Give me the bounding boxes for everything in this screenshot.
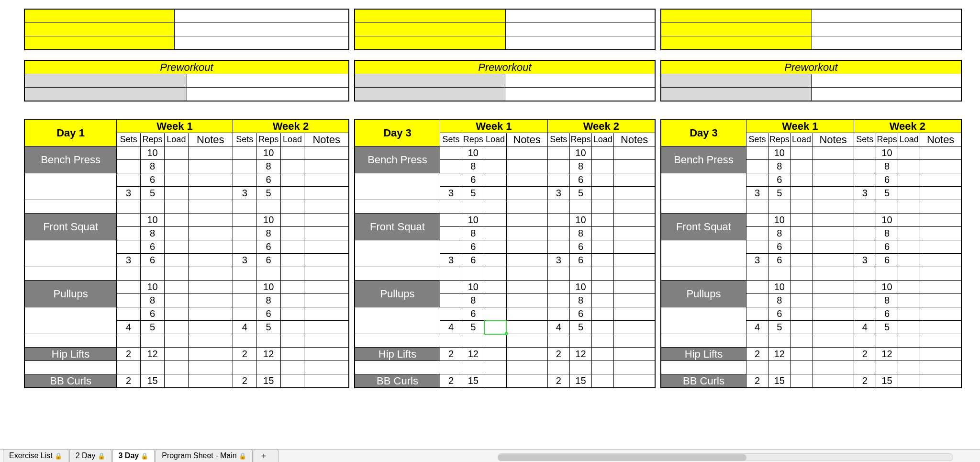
notes-cell[interactable]	[188, 173, 233, 187]
reps-cell[interactable]: 10	[768, 214, 791, 227]
load-cell[interactable]	[791, 173, 813, 187]
load-cell[interactable]	[484, 321, 506, 334]
load-cell[interactable]	[280, 307, 304, 321]
notes-cell[interactable]	[304, 281, 349, 294]
spacer-cell[interactable]	[141, 361, 165, 374]
notes-cell[interactable]	[920, 146, 961, 160]
sets-cell[interactable]	[547, 281, 569, 294]
reps-cell[interactable]: 8	[462, 160, 484, 173]
sets-cell[interactable]	[854, 173, 876, 187]
spacer-cell[interactable]	[164, 361, 188, 374]
reps-cell[interactable]: 6	[256, 240, 280, 254]
spacer-cell[interactable]	[256, 334, 280, 348]
spacer-cell[interactable]	[188, 361, 233, 374]
exercise-name-blank[interactable]	[661, 307, 746, 334]
spacer-cell[interactable]	[746, 361, 768, 374]
header-blank-cell[interactable]	[174, 23, 349, 36]
reps-cell[interactable]: 6	[256, 307, 280, 321]
notes-cell[interactable]	[188, 214, 233, 227]
spacer-cell[interactable]	[24, 200, 117, 214]
load-cell[interactable]	[280, 254, 304, 267]
sets-cell[interactable]: 2	[746, 348, 768, 361]
load-cell[interactable]	[592, 254, 614, 267]
header-blank-cell[interactable]	[174, 9, 349, 23]
notes-cell[interactable]	[188, 254, 233, 267]
sets-cell[interactable]	[440, 294, 462, 307]
sets-cell[interactable]	[746, 307, 768, 321]
load-cell[interactable]	[592, 187, 614, 200]
exercise-name-blank[interactable]	[24, 173, 117, 200]
notes-cell[interactable]	[813, 307, 854, 321]
preworkout-value-cell[interactable]	[187, 74, 349, 88]
load-cell[interactable]	[791, 294, 813, 307]
reps-cell[interactable]: 10	[141, 146, 165, 160]
reps-cell[interactable]: 5	[768, 187, 791, 200]
sets-cell[interactable]: 3	[117, 187, 141, 200]
spacer-cell[interactable]	[506, 334, 547, 348]
load-cell[interactable]	[898, 160, 920, 173]
spacer-cell[interactable]	[661, 361, 746, 374]
header-blank-cell[interactable]	[506, 23, 656, 36]
sets-cell[interactable]: 2	[233, 374, 256, 388]
sets-cell[interactable]	[547, 146, 569, 160]
sheet-tab[interactable]: 2 Day🔒	[69, 449, 111, 462]
preworkout-name-cell[interactable]	[24, 74, 187, 88]
exercise-name-blank[interactable]	[355, 173, 440, 200]
notes-cell[interactable]	[813, 321, 854, 334]
load-cell[interactable]	[898, 374, 920, 388]
reps-cell[interactable]: 8	[462, 227, 484, 240]
spacer-cell[interactable]	[813, 361, 854, 374]
load-cell[interactable]	[898, 321, 920, 334]
notes-cell[interactable]	[304, 160, 349, 173]
sets-cell[interactable]	[233, 214, 256, 227]
reps-cell[interactable]: 10	[462, 214, 484, 227]
spacer-cell[interactable]	[304, 361, 349, 374]
reps-cell[interactable]: 6	[569, 254, 591, 267]
notes-cell[interactable]	[188, 281, 233, 294]
reps-cell[interactable]: 10	[256, 281, 280, 294]
reps-cell[interactable]: 5	[876, 321, 898, 334]
reps-cell[interactable]: 15	[256, 374, 280, 388]
notes-cell[interactable]	[813, 281, 854, 294]
notes-cell[interactable]	[506, 214, 547, 227]
notes-cell[interactable]	[188, 307, 233, 321]
spacer-cell[interactable]	[188, 334, 233, 348]
spacer-cell[interactable]	[506, 267, 547, 281]
spacer-cell[interactable]	[164, 334, 188, 348]
notes-cell[interactable]	[920, 173, 961, 187]
load-cell[interactable]	[592, 240, 614, 254]
notes-cell[interactable]	[813, 240, 854, 254]
spacer-cell[interactable]	[233, 200, 256, 214]
reps-cell[interactable]: 6	[462, 307, 484, 321]
sets-cell[interactable]	[440, 160, 462, 173]
spacer-cell[interactable]	[661, 200, 746, 214]
preworkout-name-cell[interactable]	[355, 74, 505, 88]
load-cell[interactable]	[592, 173, 614, 187]
spacer-cell[interactable]	[614, 334, 655, 348]
notes-cell[interactable]	[506, 281, 547, 294]
notes-cell[interactable]	[506, 173, 547, 187]
sets-cell[interactable]: 3	[854, 187, 876, 200]
notes-cell[interactable]	[304, 348, 349, 361]
spacer-cell[interactable]	[661, 334, 746, 348]
spacer-cell[interactable]	[592, 200, 614, 214]
reps-cell[interactable]: 6	[876, 240, 898, 254]
notes-cell[interactable]	[614, 307, 655, 321]
notes-cell[interactable]	[188, 348, 233, 361]
load-cell[interactable]	[164, 348, 188, 361]
notes-cell[interactable]	[304, 227, 349, 240]
reps-cell[interactable]: 10	[256, 146, 280, 160]
exercise-name-blank[interactable]	[661, 240, 746, 267]
preworkout-value-cell[interactable]	[811, 74, 961, 88]
sets-cell[interactable]: 2	[547, 348, 569, 361]
notes-cell[interactable]	[614, 187, 655, 200]
header-yellow-cell[interactable]	[661, 23, 812, 36]
spacer-cell[interactable]	[614, 200, 655, 214]
spacer-cell[interactable]	[304, 334, 349, 348]
reps-cell[interactable]: 6	[876, 173, 898, 187]
sets-cell[interactable]: 4	[854, 321, 876, 334]
reps-cell[interactable]: 10	[876, 214, 898, 227]
sets-cell[interactable]	[746, 160, 768, 173]
sets-cell[interactable]	[547, 307, 569, 321]
notes-cell[interactable]	[304, 146, 349, 160]
